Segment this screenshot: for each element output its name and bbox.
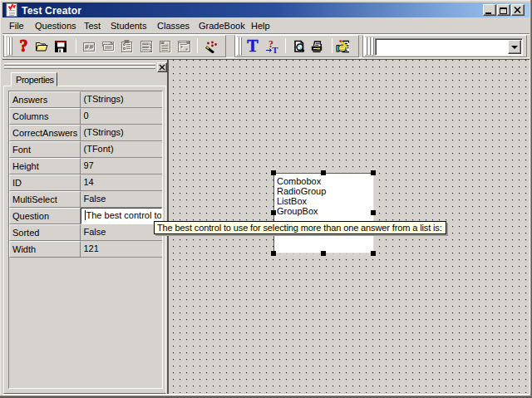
svg-text:T: T: [272, 45, 278, 53]
svg-text:T: T: [247, 38, 259, 55]
svg-text:?: ?: [20, 38, 28, 55]
